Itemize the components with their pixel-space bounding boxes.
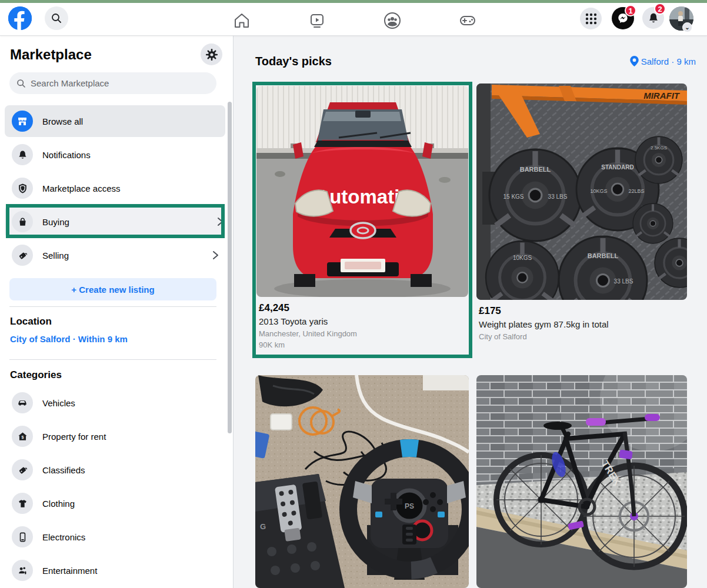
facebook-marketplace-page: 1 2 ⌄ Marketplace	[0, 0, 707, 588]
category-classifieds[interactable]: Classifieds	[0, 455, 234, 485]
listing-location: Manchester, United Kingdom	[259, 328, 466, 339]
nav-apps-menu-button[interactable]	[580, 8, 602, 29]
marketplace-search-box[interactable]	[9, 72, 216, 94]
category-label: Entertainment	[42, 555, 97, 586]
svg-text:33 LBS: 33 LBS	[614, 278, 633, 285]
marketplace-settings-button[interactable]	[201, 44, 222, 65]
divider	[9, 359, 216, 360]
sidebar-item-label: Browse all	[42, 105, 83, 138]
listing-card-toyota-yaris[interactable]: Automatic	[256, 86, 468, 350]
category-label: Property for rent	[42, 421, 106, 452]
main-header: Today's picks Salford · 9 km	[255, 54, 696, 69]
gaming-icon	[458, 11, 477, 30]
entertainment-icon	[12, 560, 33, 581]
sidebar-item-marketplace-access[interactable]: Marketplace access	[0, 172, 234, 205]
category-label: Classifieds	[42, 455, 85, 485]
account-chevron-down-icon[interactable]: ⌄	[682, 22, 692, 32]
selected-row-background	[5, 105, 225, 137]
svg-text:10KGS: 10KGS	[513, 255, 532, 261]
sidebar-item-label: Buying	[42, 205, 69, 238]
listing-photo-weights: MIRAFIT BARBELL 15 KGS 33 LBS STANDARD 1…	[476, 83, 687, 300]
category-vehicles[interactable]: Vehicles	[0, 387, 234, 418]
sidebar-scrollbar-thumb[interactable]	[228, 102, 232, 433]
listing-mileage: 90K km	[259, 339, 466, 350]
listing-price: £4,245	[259, 301, 466, 315]
sidebar-item-notifications[interactable]: Notifications	[0, 138, 234, 171]
nav-gaming-tab[interactable]	[458, 11, 478, 31]
nav-home-tab[interactable]	[232, 11, 252, 31]
sidebar-item-label: Marketplace access	[42, 172, 121, 205]
nav-groups-tab[interactable]	[382, 11, 402, 31]
search-icon	[51, 12, 62, 24]
storefront-icon	[12, 111, 33, 132]
sidebar-item-label: Notifications	[42, 138, 91, 171]
svg-text:PS: PS	[405, 502, 414, 510]
svg-text:22LBS: 22LBS	[628, 188, 644, 194]
home-icon	[233, 12, 251, 29]
listing-title: Weight plates gym 87.5kg in total	[479, 318, 685, 331]
location-link[interactable]: City of Salford · Within 9 km	[10, 334, 128, 344]
gear-icon	[205, 48, 218, 61]
chevron-right-icon	[216, 217, 224, 226]
annotation-box-listing: Automatic	[252, 82, 472, 358]
category-property-for-rent[interactable]: $ Property for rent	[0, 421, 234, 452]
page-title: Marketplace	[10, 46, 92, 63]
facebook-logo[interactable]	[8, 6, 32, 30]
facebook-f-icon	[8, 6, 32, 30]
categories-heading: Categories	[10, 369, 62, 381]
category-label: Clothing	[42, 488, 75, 519]
listing-location: City of Salford	[479, 331, 685, 342]
car-icon	[12, 392, 33, 413]
listing-title: 2013 Toyota yaris	[259, 315, 466, 328]
listing-photo-car: Automatic	[256, 86, 468, 297]
listing-photo-bike: TREK	[476, 375, 687, 588]
category-label: Electronics	[42, 522, 85, 552]
watch-video-icon	[308, 12, 326, 29]
section-title: Today's picks	[255, 55, 332, 68]
category-entertainment[interactable]: Entertainment	[0, 555, 234, 586]
listing-card-racing-wheel[interactable]: G PS	[255, 375, 469, 588]
tshirt-icon	[12, 493, 33, 514]
hovered-row-background	[5, 206, 225, 238]
listing-photo-racing-wheel: G PS	[255, 375, 469, 588]
divider	[9, 306, 216, 307]
listing-info: £175 Weight plates gym 87.5kg in total C…	[476, 300, 687, 342]
chevron-right-icon	[211, 250, 219, 260]
location-filter-label: Salford · 9 km	[641, 56, 696, 66]
svg-text:BARBELL: BARBELL	[588, 252, 619, 259]
svg-text:$: $	[21, 435, 24, 440]
svg-text:10KGS: 10KGS	[590, 188, 607, 194]
search-icon	[16, 79, 26, 88]
category-label: Vehicles	[42, 387, 75, 418]
listing-card-weight-plates[interactable]: MIRAFIT BARBELL 15 KGS 33 LBS STANDARD 1…	[476, 83, 687, 342]
weights-brand-text: MIRAFIT	[643, 91, 681, 101]
groups-icon	[383, 11, 402, 30]
price-tag-icon	[12, 245, 33, 266]
search-input[interactable]	[31, 78, 201, 88]
svg-text:2.5KGS: 2.5KGS	[651, 145, 667, 151]
svg-text:BARBELL: BARBELL	[520, 166, 551, 173]
bell-icon	[12, 144, 33, 165]
sidebar-item-label: Selling	[42, 239, 69, 272]
map-pin-icon	[630, 56, 639, 66]
sidebar-item-buying[interactable]: Buying	[0, 205, 234, 238]
notifications-badge: 2	[654, 3, 666, 15]
nav-search-button[interactable]	[45, 6, 68, 30]
category-electronics[interactable]: Electronics	[0, 522, 234, 552]
nav-watch-tab[interactable]	[307, 11, 327, 31]
svg-text:15 KGS: 15 KGS	[503, 193, 523, 200]
price-tag-icon	[12, 459, 33, 480]
sidebar-item-selling[interactable]: Selling	[0, 239, 234, 272]
phone-icon	[12, 526, 33, 547]
shield-icon	[12, 178, 33, 199]
shopping-bag-icon	[12, 211, 33, 232]
listing-card-mountain-bike[interactable]: TREK	[476, 375, 687, 588]
create-new-listing-button[interactable]: + Create new listing	[9, 278, 216, 300]
location-filter-chip[interactable]: Salford · 9 km	[630, 56, 696, 66]
svg-text:33 LBS: 33 LBS	[548, 193, 568, 200]
location-heading: Location	[10, 316, 52, 328]
messenger-badge: 1	[625, 5, 636, 16]
svg-text:STANDARD: STANDARD	[601, 164, 633, 171]
sidebar-item-browse-all[interactable]: Browse all	[0, 105, 234, 138]
category-clothing[interactable]: Clothing	[0, 488, 234, 519]
